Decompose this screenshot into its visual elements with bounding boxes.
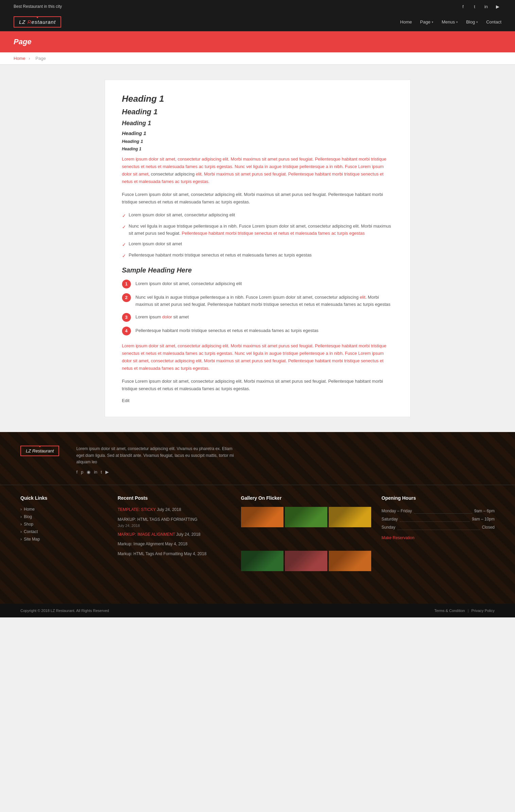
recent-post-4: Markup: Image Alignment May 4, 2018 [118,541,231,547]
top-bar-social: f t in ▶ [459,3,501,10]
checklist-item: ✓ Pellentesque habitant morbi tristique … [122,252,393,260]
gallery-item-1[interactable] [241,507,284,549]
quick-link-shop[interactable]: Shop [20,522,107,527]
footer-description: Lorem ipsum dolor sit amet, consectetur … [76,446,239,465]
check-icon: ✓ [122,241,126,248]
footer-social-instagram[interactable]: ◉ [87,469,90,475]
checklist: ✓ Lorem ipsum dolor sit amet, consectetu… [122,212,393,260]
footer-logo-dot: ● [39,445,41,448]
hours-row-1: Monday – Friday 9am – 6pm [381,507,495,515]
list-item: Home [20,507,107,512]
hours-list: Monday – Friday 9am – 6pm Saturday 9am –… [381,507,495,531]
nav-contact[interactable]: Contact [486,19,501,24]
nav-home[interactable]: Home [400,19,412,24]
make-reservation-link[interactable]: Make Reservation [381,535,495,540]
gallery-title: Gallery On Flicker [241,495,372,501]
footer-social-twitter[interactable]: t [101,469,102,475]
checklist-item: ✓ Nunc vel ligula in augue tristique pel… [122,223,393,237]
page-title: Page [14,37,501,46]
post-link-2[interactable]: MARKUP: HTML TAGS AND FORMATTING [118,517,198,522]
terms-link[interactable]: Terms & Condition [434,609,465,613]
list-item: Site Map [20,537,107,542]
quick-link-contact[interactable]: Contact [20,529,107,534]
heading-1-xxs: Heading 1 [122,147,393,151]
footer-social-facebook[interactable]: f [76,469,78,475]
footer-about: Lorem ipsum dolor sit amet, consectetur … [76,446,239,475]
check-icon: ✓ [122,212,126,219]
gallery-grid [241,507,372,594]
footer-social-linkedin[interactable]: in [94,469,97,475]
post-link-5[interactable]: Markup: HTML Tags And Formatting May 4, … [118,551,206,556]
footer-gallery: Gallery On Flicker [241,495,372,594]
footer-logo-wrap: ● LZ Restaurant [20,446,59,462]
social-linkedin[interactable]: in [482,3,490,10]
footer-copyright: Copyright © 2018 LZ Restaurant. All Righ… [20,609,109,613]
check-icon: ✓ [122,252,126,260]
checklist-item: ✓ Lorem ipsum dolor sit amet [122,241,393,248]
breadcrumb-current: Page [35,56,46,61]
footer-columns: Quick Links Home Blog Shop Contact Site … [0,485,515,604]
heading-1-lg: Heading 1 [122,107,393,116]
privacy-link[interactable]: Privacy Policy [471,609,495,613]
list-item: Contact [20,529,107,534]
list-item: Shop [20,522,107,527]
footer-social-youtube[interactable]: ▶ [105,469,109,475]
footer-social-pinterest[interactable]: p [81,469,83,475]
check-icon: ✓ [122,223,126,231]
heading-1-md: Heading 1 [122,120,393,127]
gallery-item-3[interactable] [329,507,371,549]
paragraph-3: Lorem ipsum dolor sit amet, consectetur … [122,342,393,372]
footer-quick-links: Quick Links Home Blog Shop Contact Site … [20,495,107,594]
logo[interactable]: ● LZ Restaurant [14,16,61,28]
social-facebook[interactable]: f [459,3,467,10]
nav-blog[interactable]: Blog ▾ [466,19,478,24]
gallery-item-2[interactable] [285,507,327,549]
social-twitter[interactable]: t [471,3,478,10]
numbered-list: 1 Lorem ipsum dolor sit amet, consectetu… [122,280,393,335]
recent-post-3: MARKUP: IMAGE ALIGNMENT July 24, 2018 [118,532,231,537]
numbered-item-4: 4 Pellentesque habitant morbi tristique … [122,327,393,335]
logo-icon: ● [36,15,38,19]
nav-menus[interactable]: Menus ▾ [442,19,458,24]
post-link-1[interactable]: TEMPLATE: STICKY July 24, 2018 [118,507,181,512]
list-item: Blog [20,514,107,519]
paragraph-1: Lorem ipsum dolor sit amet, consectetur … [122,155,393,185]
social-youtube[interactable]: ▶ [494,3,501,10]
footer-logo: ● LZ Restaurant [20,446,59,456]
recent-post-5: Markup: HTML Tags And Formatting May 4, … [118,551,231,557]
gallery-item-4[interactable] [241,551,284,593]
heading-1-xl: Heading 1 [122,94,393,104]
quick-link-blog[interactable]: Blog [20,514,107,519]
footer-hours: Opening Hours Monday – Friday 9am – 6pm … [381,495,495,594]
nav-page[interactable]: Page ▾ [420,19,433,24]
sample-heading: Sample Heading Here [122,266,393,274]
quick-link-sitemap[interactable]: Site Map [20,537,107,542]
post-link-3[interactable]: MARKUP: IMAGE ALIGNMENT July 24, 2018 [118,532,201,537]
numbered-item-3: 3 Lorem ipsum dolor sit amet [122,313,393,322]
checklist-item: ✓ Lorem ipsum dolor sit amet, consectetu… [122,212,393,219]
gallery-item-5[interactable] [285,551,327,593]
numbered-item-1: 1 Lorem ipsum dolor sit amet, consectetu… [122,280,393,288]
recent-posts-title: Recent Posts [118,495,231,501]
edit-button[interactable]: Edit [122,398,130,403]
paragraph-2: Fusce Lorem ipsum dolor sit amet, consec… [122,191,393,206]
header: ● LZ Restaurant Home Page ▾ Menus ▾ Blog… [0,13,515,31]
top-bar: Best Restaurant in this city f t in ▶ [0,0,515,13]
footer-top: ● LZ Restaurant Lorem ipsum dolor sit am… [0,432,515,485]
main-content: Heading 1 Heading 1 Heading 1 Heading 1 … [105,80,411,417]
quick-link-home[interactable]: Home [20,507,107,512]
post-link-4[interactable]: Markup: Image Alignment May 4, 2018 [118,542,187,546]
footer-recent-posts: Recent Posts TEMPLATE: STICKY July 24, 2… [118,495,231,594]
hours-title: Opening Hours [381,495,495,501]
recent-post-1: TEMPLATE: STICKY July 24, 2018 [118,507,231,513]
footer-social: f p ◉ in t ▶ [76,469,239,475]
footer-logo-text: LZ Restaurant [26,448,54,453]
hours-row-2: Saturday 9am – 10pm [381,515,495,523]
quick-links-list: Home Blog Shop Contact Site Map [20,507,107,542]
breadcrumb: Home › Page [0,52,515,65]
hours-row-3: Sunday Closed [381,523,495,531]
heading-1-sm: Heading 1 [122,130,393,136]
gallery-item-6[interactable] [329,551,371,593]
breadcrumb-home[interactable]: Home [14,56,25,61]
paragraph-4: Fusce Lorem ipsum dolor sit amet, consec… [122,378,393,393]
